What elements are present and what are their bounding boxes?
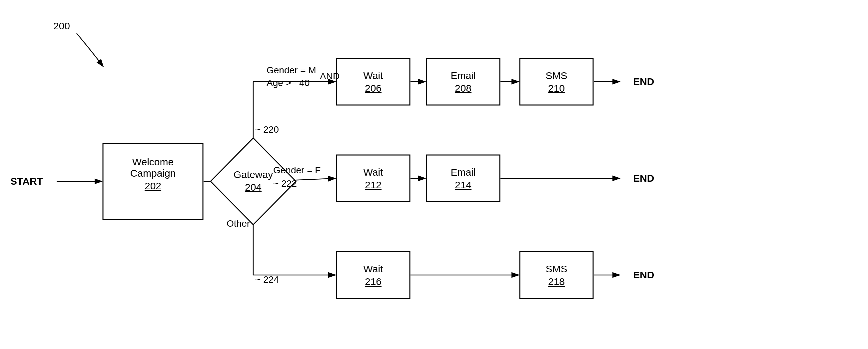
email214-label: Email	[451, 167, 475, 178]
email208-num: 208	[455, 83, 471, 94]
sms218-label: SMS	[546, 263, 567, 274]
ref222: ~ 222	[273, 178, 297, 189]
sms210-num: 210	[548, 83, 565, 94]
cond-and: AND	[320, 71, 340, 81]
sms218-num: 218	[548, 276, 565, 287]
wait206-num: 206	[365, 83, 381, 94]
email208-label: Email	[451, 70, 475, 81]
cond-other: Other	[226, 218, 250, 229]
wait216-box	[337, 252, 410, 298]
ref200: 200	[53, 20, 70, 31]
wait216-num: 216	[365, 276, 381, 287]
diagram: Welcome Campaign 202 Gateway 204 Wait 20…	[0, 0, 868, 349]
welcome-label2: Campaign	[130, 168, 176, 179]
wait206-box	[337, 58, 410, 105]
welcome-label: Welcome	[132, 156, 174, 167]
gateway-num: 204	[245, 182, 261, 193]
start-label: START	[10, 176, 43, 187]
wait212-label: Wait	[364, 167, 383, 178]
end-label-mid: END	[633, 173, 654, 184]
ref224: ~ 224	[255, 274, 279, 285]
email208-box	[427, 58, 500, 105]
wait206-label: Wait	[364, 70, 383, 81]
cond-gender-m: Gender = M	[267, 65, 316, 75]
sms218-box	[520, 252, 593, 298]
cond-gender-f: Gender = F	[273, 165, 320, 175]
sms210-label: SMS	[546, 70, 567, 81]
wait212-num: 212	[365, 179, 381, 190]
end-label-bot: END	[633, 269, 654, 280]
wait212-box	[337, 155, 410, 202]
email214-box	[427, 155, 500, 202]
gateway-label: Gateway	[234, 169, 273, 180]
email214-num: 214	[455, 179, 471, 190]
welcome-num: 202	[145, 180, 161, 191]
ref220: ~ 220	[255, 124, 279, 135]
ref200-arrow	[76, 33, 103, 67]
end-label-top: END	[633, 76, 654, 87]
cond-age: Age >= 40	[267, 78, 310, 88]
wait216-label: Wait	[364, 263, 383, 274]
sms210-box	[520, 58, 593, 105]
